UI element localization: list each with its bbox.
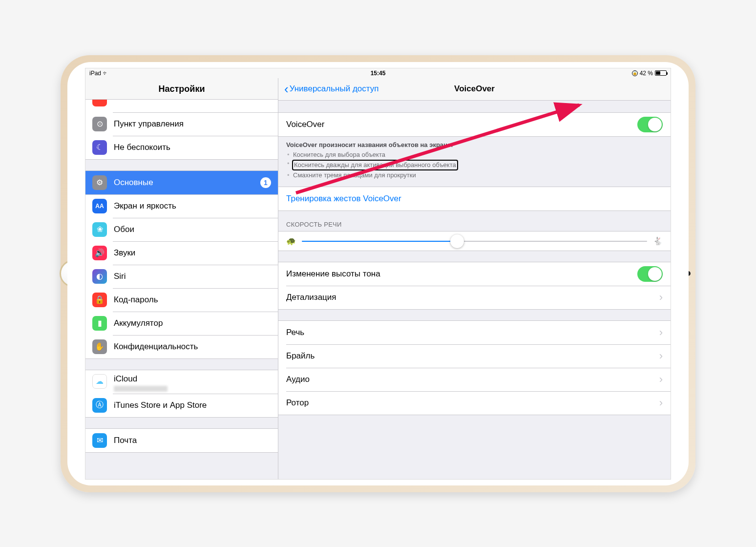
sidebar-item-privacy[interactable]: ✋ Конфиденциальность bbox=[85, 335, 278, 358]
moon-icon: ☾ bbox=[92, 140, 107, 155]
turtle-icon: 🐢 bbox=[286, 236, 296, 246]
sidebar-item-mail[interactable]: ✉ Почта bbox=[85, 429, 278, 452]
voiceover-toggle[interactable] bbox=[637, 117, 663, 132]
battery-percent: 42 % bbox=[640, 70, 653, 77]
sidebar-item-passcode[interactable]: 🔒 Код-пароль bbox=[85, 288, 278, 312]
display-icon: AA bbox=[92, 199, 107, 213]
battery-icon bbox=[655, 70, 667, 76]
gear-icon: ⚙ bbox=[92, 175, 107, 190]
chevron-right-icon: › bbox=[659, 373, 663, 386]
sidebar-item-wallpaper[interactable]: ❀ Обои bbox=[85, 218, 278, 241]
speaker-icon: 🔊 bbox=[92, 246, 107, 260]
sidebar-item-dnd[interactable]: ☾ Не беспокоить bbox=[85, 136, 278, 159]
flower-icon: ❀ bbox=[92, 222, 107, 237]
appstore-icon: Ⓐ bbox=[92, 398, 107, 413]
sidebar-item-sounds[interactable]: 🔊 Звуки bbox=[85, 241, 278, 265]
audio-row[interactable]: Аудио › bbox=[278, 368, 671, 391]
chevron-right-icon: › bbox=[659, 291, 663, 304]
hand-icon: ✋ bbox=[92, 339, 107, 354]
practice-gestures-link[interactable]: Тренировка жестов VoiceOver bbox=[278, 187, 671, 210]
detail-pane: ‹ Универсальный доступ VoiceOver VoiceOv… bbox=[278, 78, 671, 479]
pitch-toggle[interactable] bbox=[637, 266, 663, 282]
rotation-lock-icon: 🔒 bbox=[632, 70, 638, 76]
control-center-icon: ⊙ bbox=[92, 117, 107, 131]
sidebar-title: Настройки bbox=[85, 78, 278, 100]
sidebar-item-icloud[interactable]: ☁ iCloud bbox=[85, 370, 278, 394]
settings-sidebar: Настройки ⊙ Пункт управления ☾ Не беспок… bbox=[85, 78, 278, 479]
sidebar-item-display[interactable]: AA Экран и яркость bbox=[85, 194, 278, 218]
back-button[interactable]: ‹ Универсальный доступ bbox=[284, 82, 378, 97]
speech-rate-header: СКОРОСТЬ РЕЧИ bbox=[278, 211, 671, 231]
voiceover-description: VoiceOver произносит названия объектов н… bbox=[278, 137, 671, 180]
mail-icon: ✉ bbox=[92, 433, 107, 448]
rabbit-icon: 🐇 bbox=[653, 236, 663, 246]
braille-row[interactable]: Брайль › bbox=[278, 344, 671, 368]
status-time: 15:45 bbox=[371, 70, 386, 77]
sidebar-item-general[interactable]: ⚙ Основные 1 bbox=[85, 171, 278, 194]
chevron-left-icon: ‹ bbox=[284, 82, 289, 97]
badge: 1 bbox=[260, 177, 271, 188]
nav-bar: ‹ Универсальный доступ VoiceOver bbox=[278, 78, 671, 101]
page-title: VoiceOver bbox=[454, 84, 495, 94]
chevron-right-icon: › bbox=[659, 350, 663, 362]
chevron-right-icon: › bbox=[659, 326, 663, 339]
sidebar-item-itunes[interactable]: Ⓐ iTunes Store и App Store bbox=[85, 394, 278, 417]
battery-icon: ▮ bbox=[92, 316, 107, 331]
pitch-toggle-row[interactable]: Изменение высоты тона bbox=[278, 262, 671, 286]
focused-bullet: Коснитесь дважды для активации выбранног… bbox=[292, 160, 458, 170]
speech-rate-slider[interactable]: 🐢 🐇 bbox=[278, 231, 671, 251]
siri-icon: ◐ bbox=[92, 269, 107, 284]
status-bar: iPad ᯤ 15:45 🔒 42 % bbox=[85, 68, 671, 78]
chevron-right-icon: › bbox=[659, 397, 663, 409]
cloud-icon: ☁ bbox=[92, 374, 107, 389]
lock-icon: 🔒 bbox=[92, 293, 107, 307]
sidebar-item-siri[interactable]: ◐ Siri bbox=[85, 265, 278, 288]
voiceover-toggle-row[interactable]: VoiceOver bbox=[278, 113, 671, 136]
redacted-account bbox=[114, 386, 168, 392]
speech-row[interactable]: Речь › bbox=[278, 321, 671, 344]
wifi-icon: ᯤ bbox=[103, 70, 108, 77]
sidebar-item-battery[interactable]: ▮ Аккумулятор bbox=[85, 312, 278, 335]
verbosity-row[interactable]: Детализация › bbox=[278, 286, 671, 309]
device-label: iPad bbox=[89, 70, 101, 77]
sidebar-item-control-center[interactable]: ⊙ Пункт управления bbox=[85, 112, 278, 136]
rotor-row[interactable]: Ротор › bbox=[278, 391, 671, 415]
